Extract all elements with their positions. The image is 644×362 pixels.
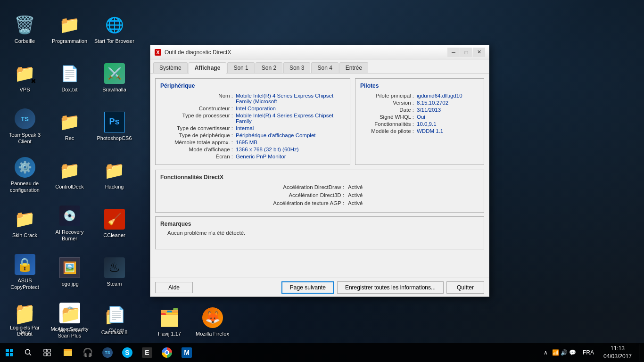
quitter-button[interactable]: Quitter (446, 281, 484, 294)
icon-steam[interactable]: ♨ Steam (92, 247, 137, 296)
icon-dox[interactable]: 📄 Dox.txt (47, 53, 92, 102)
icon-logiciels[interactable]: 📁 Logiciels Par Défaut (2, 298, 47, 339)
feature-agp-value: Activé (348, 200, 386, 206)
icon-photoshop[interactable]: Ps PhotoshopCS6 (92, 102, 137, 150)
icon-panneau[interactable]: ⚙️ Panneau de configuration (2, 150, 47, 199)
feature-directdraw-value: Activé (348, 184, 386, 190)
taskbar-explorer-icon[interactable] (58, 343, 77, 362)
taskbar-skype-icon[interactable]: S (118, 343, 137, 362)
icon-logo-label: logo.jpg (60, 281, 79, 287)
info-processeur-label: Type de processeur : (160, 113, 236, 124)
info-version: Version : 8.15.10.2702 (360, 100, 479, 106)
aide-button[interactable]: Aide (155, 282, 193, 293)
remarks-title: Remarques (160, 221, 479, 227)
icon-controldeck-label: ControlDeck (55, 184, 84, 190)
show-desktop-button[interactable] (639, 344, 642, 361)
tab-son2[interactable]: Son 2 (256, 62, 282, 73)
info-processeur-value: Mobile Intel(R) 4 Series Express Chipset… (236, 113, 345, 124)
info-constructeur-value: Intel Corporation (236, 106, 345, 111)
icon-dox-label: Dox.txt (61, 87, 77, 93)
icon-firefox[interactable]: 🦊 Mozilla Firefox (191, 304, 233, 339)
whql-label: Signé WHQL : (360, 114, 417, 120)
systray-volume-icon[interactable]: 🔊 (561, 349, 568, 356)
feature-directdraw: Accélération DirectDraw : Activé (160, 184, 479, 190)
dialog-titlebar[interactable]: X Outil de diagnostic DirectX ─ □ ✕ (150, 45, 489, 59)
dialog-top-section: Périphérique Nom : Mobile Intel(R) 4 Ser… (155, 78, 484, 165)
start-button[interactable] (0, 343, 19, 362)
icon-cv-label: CV.odt (108, 328, 124, 334)
info-convertisseur-value: Internal (236, 125, 345, 131)
icon-corbeille[interactable]: 🗑️ Corbeille (2, 5, 47, 53)
taskbar-malewarebytes-icon[interactable]: M (177, 343, 196, 362)
taskbar-clock[interactable]: 11:13 04/03/2017 (599, 345, 636, 361)
tab-entree[interactable]: Entrée (339, 62, 368, 73)
info-memoire-value: 1695 MB (236, 140, 345, 145)
version-label: Version : (360, 100, 417, 106)
taskbar-search-button[interactable] (19, 343, 38, 362)
icon-hacking[interactable]: 📁 Hacking (92, 150, 137, 199)
icon-asus-label: ASUS CopyProtect (5, 278, 45, 290)
remarks-content: Aucun problème n'a été détecté. (160, 230, 479, 236)
svg-rect-13 (64, 351, 72, 356)
icon-rec[interactable]: 📁 Rec (47, 102, 92, 150)
taskbar-steelseries-icon[interactable]: 🎧 (78, 343, 97, 362)
icon-start-tor[interactable]: 🌐 Start Tor Browser (92, 5, 137, 53)
dialog-footer: Aide Page suivante Enregistrer toutes le… (150, 278, 489, 296)
taskbar-language[interactable]: FRA (580, 349, 596, 356)
icon-airecovery[interactable]: 💿 AI Recovery Burner (47, 199, 92, 247)
icon-photoshop-label: PhotoshopCS6 (97, 135, 132, 141)
dialog-minimize-button[interactable]: ─ (447, 48, 460, 57)
icon-ccleaner[interactable]: 🧹 CCleaner (92, 199, 137, 247)
tab-son4[interactable]: Son 4 (311, 62, 338, 73)
info-memoire: Mémoire totale approx. : 1695 MB (160, 140, 345, 145)
icon-logo[interactable]: 🖼️ logo.jpg (47, 247, 92, 296)
icon-hacking-label: Hacking (105, 184, 124, 190)
page-suivante-button[interactable]: Page suivante (281, 281, 334, 294)
tab-son1[interactable]: Son 1 (227, 62, 254, 73)
icon-asus[interactable]: 🔒 ASUS CopyProtect (2, 247, 47, 296)
taskbar-date: 04/03/2017 (603, 353, 632, 361)
icon-start-tor-label: Start Tor Browser (94, 38, 134, 44)
info-type-periph-value: Périphérique d'affichage Complet (236, 132, 345, 138)
icon-programmation-label: Programmation (52, 38, 87, 44)
svg-rect-14 (64, 349, 67, 351)
dialog-close-button[interactable]: ✕ (473, 48, 485, 57)
icon-vps[interactable]: 📁 ✖ VPS (2, 53, 47, 102)
remarks-section: Remarques Aucun problème n'a été détecté… (155, 216, 484, 249)
svg-rect-2 (6, 349, 9, 352)
icon-teamspeak-label: TeamSpeak 3 Client (5, 132, 45, 144)
icon-teamspeak[interactable]: TS TeamSpeak 3 Client (2, 102, 47, 150)
dialog-maximize-button[interactable]: □ (460, 48, 472, 57)
icon-steam-label: Steam (107, 281, 122, 287)
info-nom-label: Nom : (160, 93, 236, 104)
info-mode-value: 644 x 362 (32 bit) (60Hz) (236, 147, 345, 152)
icon-havij[interactable]: 🗂️ Havij 1.17 (149, 304, 190, 339)
directx-dialog: X Outil de diagnostic DirectX ─ □ ✕ Syst… (150, 45, 489, 297)
dialog-title-text: Outil de diagnostic DirectX (165, 49, 447, 56)
taskbar-teamspeak-icon[interactable]: TS (98, 343, 117, 362)
systray-notification-icon[interactable]: 💬 (569, 349, 576, 356)
tab-son3[interactable]: Son 3 (283, 62, 310, 73)
taskbar-systray-icons: 📶 🔊 💬 (550, 349, 578, 356)
icon-cv[interactable]: 📄 CV.odt (94, 298, 139, 339)
fonctionnalites-label: Fonctionnalités : (360, 121, 417, 127)
systray-network-icon[interactable]: 📶 (552, 349, 559, 356)
icon-ccleaner-label: CCleaner (103, 232, 125, 239)
taskbar-systray-expand[interactable]: ∧ (544, 349, 548, 356)
tab-affichage[interactable]: Affichage (189, 62, 227, 74)
info-convertisseur: Type de convertisseur : Internal (160, 125, 345, 131)
taskbar-epic-icon[interactable]: E (138, 343, 157, 362)
taskbar-chrome-icon[interactable] (157, 343, 176, 362)
icon-skincrack[interactable]: 📁 Skin Crack (2, 199, 47, 247)
tab-systeme[interactable]: Système (153, 62, 188, 73)
info-constructeur: Constructeur : Intel Corporation (160, 106, 345, 111)
icon-controldeck[interactable]: 📁 ControlDeck (47, 150, 92, 199)
enregistrer-button[interactable]: Enregistrer toutes les informations... (337, 281, 444, 294)
pilotes-title: Pilotes (360, 82, 479, 89)
icon-programmation[interactable]: 📁 Programmation (47, 5, 92, 53)
info-whql: Signé WHQL : Oui (360, 114, 479, 120)
taskbar-taskview-button[interactable] (38, 343, 57, 362)
icon-myserver[interactable]: 📁 My Server (48, 298, 93, 339)
feature-direct3d-label: Accélération Direct3D : (254, 192, 348, 198)
icon-brawlhalla[interactable]: ⚔️ Brawlhalla (92, 53, 137, 102)
